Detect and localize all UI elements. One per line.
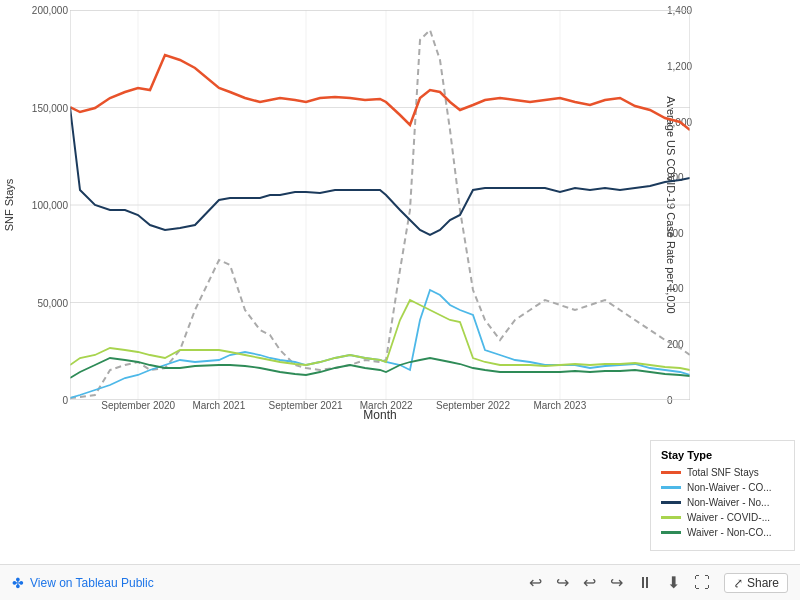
left-tick-label: 200,000 bbox=[32, 5, 68, 16]
legend-item-label: Non-Waiver - CO... bbox=[687, 482, 772, 493]
legend-item: Total SNF Stays bbox=[661, 467, 784, 478]
waiver-non-co-line bbox=[70, 358, 690, 378]
x-tick-labels: September 2020March 2021September 2021Ma… bbox=[70, 400, 690, 420]
legend-color-swatch bbox=[661, 486, 681, 489]
legend-item: Waiver - COVID-... bbox=[661, 512, 784, 523]
legend-item-label: Non-Waiver - No... bbox=[687, 497, 769, 508]
left-ticks: 200,000150,000100,00050,0000 bbox=[20, 10, 68, 400]
left-tick-label: 100,000 bbox=[32, 200, 68, 211]
revert-icon[interactable]: ↩ bbox=[583, 573, 596, 592]
share-icon: ⤤ bbox=[733, 576, 743, 590]
redo-icon[interactable]: ↪ bbox=[556, 573, 569, 592]
x-tick-label: September 2021 bbox=[269, 400, 343, 411]
legend-color-swatch bbox=[661, 516, 681, 519]
chart-area bbox=[70, 10, 690, 400]
x-tick-label: September 2022 bbox=[436, 400, 510, 411]
legend-item-label: Waiver - COVID-... bbox=[687, 512, 770, 523]
left-tick-label: 0 bbox=[62, 395, 68, 406]
non-waiver-no-line bbox=[70, 107, 690, 235]
covid-rate-line bbox=[70, 30, 690, 398]
toolbar-actions: ↩ ↪ ↩ ↪ ⏸ ⬇ ⛶ ⤤ Share bbox=[529, 573, 788, 593]
x-tick-label: March 2021 bbox=[192, 400, 245, 411]
main-chart bbox=[70, 10, 690, 400]
pause-icon[interactable]: ⏸ bbox=[637, 574, 653, 592]
toolbar: ✤ View on Tableau Public ↩ ↪ ↩ ↪ ⏸ ⬇ ⛶ ⤤… bbox=[0, 564, 800, 600]
download-icon[interactable]: ⬇ bbox=[667, 573, 680, 592]
legend-item: Non-Waiver - No... bbox=[661, 497, 784, 508]
legend: Stay Type Total SNF StaysNon-Waiver - CO… bbox=[650, 440, 795, 551]
total-snf-line bbox=[70, 55, 690, 130]
legend-item: Non-Waiver - CO... bbox=[661, 482, 784, 493]
non-waiver-co-line bbox=[70, 290, 690, 398]
legend-item-label: Total SNF Stays bbox=[687, 467, 759, 478]
forward-icon[interactable]: ↪ bbox=[610, 573, 623, 592]
legend-item-label: Waiver - Non-CO... bbox=[687, 527, 772, 538]
left-axis-label: SNF Stays bbox=[0, 10, 18, 400]
x-tick-label: March 2022 bbox=[360, 400, 413, 411]
chart-container: SNF Stays Average US COVID-19 Case Rate … bbox=[0, 0, 800, 600]
legend-color-swatch bbox=[661, 471, 681, 474]
legend-title: Stay Type bbox=[661, 449, 784, 461]
undo-icon[interactable]: ↩ bbox=[529, 573, 542, 592]
x-tick-label: September 2020 bbox=[101, 400, 175, 411]
fullscreen-icon[interactable]: ⛶ bbox=[694, 574, 710, 592]
waiver-covid-line bbox=[70, 300, 690, 370]
left-tick-label: 50,000 bbox=[37, 297, 68, 308]
left-tick-label: 150,000 bbox=[32, 102, 68, 113]
x-tick-label: March 2023 bbox=[533, 400, 586, 411]
tableau-icon: ✤ bbox=[12, 575, 24, 591]
share-button[interactable]: ⤤ Share bbox=[724, 573, 788, 593]
legend-color-swatch bbox=[661, 501, 681, 504]
legend-color-swatch bbox=[661, 531, 681, 534]
legend-item: Waiver - Non-CO... bbox=[661, 527, 784, 538]
view-on-tableau-link[interactable]: ✤ View on Tableau Public bbox=[12, 575, 154, 591]
